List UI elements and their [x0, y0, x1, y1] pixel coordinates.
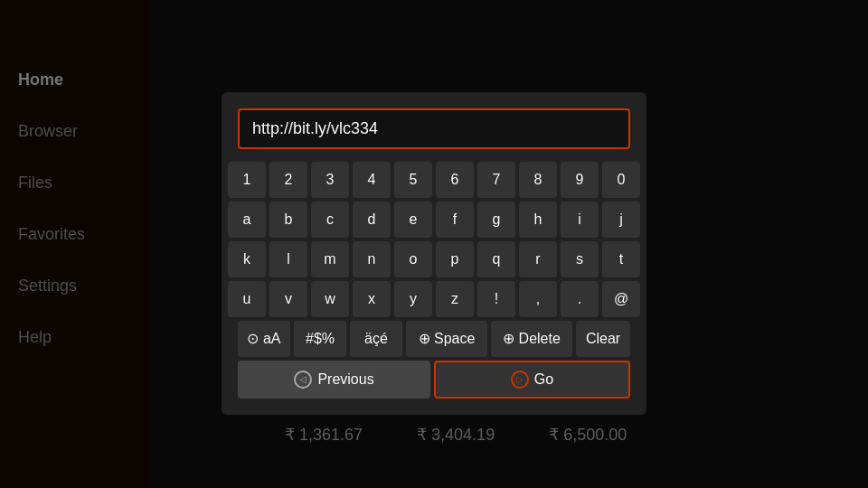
- key-0[interactable]: 0: [602, 162, 640, 198]
- key-z[interactable]: z: [436, 281, 474, 317]
- key-a[interactable]: a: [228, 202, 266, 238]
- key-period[interactable]: .: [561, 281, 599, 317]
- key-symbols[interactable]: #$%: [294, 321, 346, 357]
- key-5[interactable]: 5: [394, 162, 432, 198]
- key-m[interactable]: m: [311, 241, 349, 277]
- key-case-toggle[interactable]: ⊙ aA: [238, 321, 290, 357]
- key-8[interactable]: 8: [519, 162, 557, 198]
- virtual-keyboard: 1 2 3 4 5 6 7 8 9 0 a b c d e f g h: [238, 162, 630, 357]
- key-o[interactable]: o: [394, 241, 432, 277]
- key-2[interactable]: 2: [269, 162, 307, 198]
- key-x[interactable]: x: [353, 281, 391, 317]
- url-input-container: [238, 108, 630, 149]
- key-7[interactable]: 7: [477, 162, 515, 198]
- key-e[interactable]: e: [394, 202, 432, 238]
- dialog-bottom-row: ◁ Previous ▷ Go: [238, 361, 630, 399]
- previous-button[interactable]: ◁ Previous: [238, 361, 430, 399]
- key-clear[interactable]: Clear: [576, 321, 630, 357]
- keyboard-row-k: k l m n o p q r s t: [238, 241, 630, 277]
- key-q[interactable]: q: [477, 241, 515, 277]
- keyboard-row-special: ⊙ aA #$% äçé ⊕ Space ⊕ Delete Clear: [238, 321, 630, 357]
- key-f[interactable]: f: [436, 202, 474, 238]
- key-n[interactable]: n: [353, 241, 391, 277]
- key-delete[interactable]: ⊕ Delete: [491, 321, 572, 357]
- key-v[interactable]: v: [269, 281, 307, 317]
- key-6[interactable]: 6: [436, 162, 474, 198]
- keyboard-row-numbers: 1 2 3 4 5 6 7 8 9 0: [238, 162, 630, 198]
- key-k[interactable]: k: [228, 241, 266, 277]
- key-at[interactable]: @: [602, 281, 640, 317]
- dialog-overlay: 1 2 3 4 5 6 7 8 9 0 a b c d e f g h: [0, 0, 868, 488]
- key-1[interactable]: 1: [228, 162, 266, 198]
- key-y[interactable]: y: [394, 281, 432, 317]
- key-j[interactable]: j: [602, 202, 640, 238]
- go-icon: ▷: [511, 371, 529, 389]
- key-b[interactable]: b: [269, 202, 307, 238]
- key-space[interactable]: ⊕ Space: [406, 321, 487, 357]
- go-button[interactable]: ▷ Go: [434, 361, 630, 399]
- key-9[interactable]: 9: [561, 162, 599, 198]
- key-t[interactable]: t: [602, 241, 640, 277]
- key-c[interactable]: c: [311, 202, 349, 238]
- key-u[interactable]: u: [228, 281, 266, 317]
- keyboard-dialog: 1 2 3 4 5 6 7 8 9 0 a b c d e f g h: [222, 92, 646, 415]
- key-p[interactable]: p: [436, 241, 474, 277]
- key-3[interactable]: 3: [311, 162, 349, 198]
- key-accents[interactable]: äçé: [350, 321, 402, 357]
- key-s[interactable]: s: [561, 241, 599, 277]
- key-h[interactable]: h: [519, 202, 557, 238]
- previous-icon: ◁: [294, 371, 312, 389]
- key-w[interactable]: w: [311, 281, 349, 317]
- key-comma[interactable]: ,: [519, 281, 557, 317]
- key-r[interactable]: r: [519, 241, 557, 277]
- key-d[interactable]: d: [353, 202, 391, 238]
- keyboard-row-a: a b c d e f g h i j: [238, 202, 630, 238]
- key-exclaim[interactable]: !: [477, 281, 515, 317]
- url-input[interactable]: [238, 108, 630, 149]
- key-l[interactable]: l: [269, 241, 307, 277]
- key-4[interactable]: 4: [353, 162, 391, 198]
- keyboard-row-u: u v w x y z ! , . @: [238, 281, 630, 317]
- key-g[interactable]: g: [477, 202, 515, 238]
- key-i[interactable]: i: [561, 202, 599, 238]
